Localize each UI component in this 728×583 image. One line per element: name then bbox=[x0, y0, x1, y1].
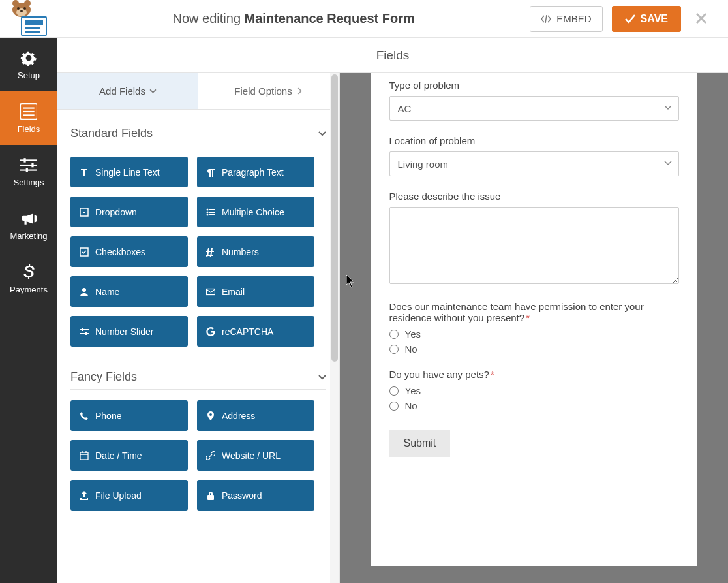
sidenav-setup[interactable]: Setup bbox=[0, 38, 57, 91]
code-icon bbox=[541, 15, 551, 23]
svg-rect-21 bbox=[209, 212, 215, 213]
caret-square-down-icon bbox=[80, 208, 89, 217]
list-icon bbox=[20, 103, 37, 120]
textarea-describe-issue[interactable] bbox=[389, 207, 679, 284]
submit-button[interactable]: Submit bbox=[389, 430, 451, 457]
radio-label: No bbox=[405, 343, 417, 355]
field-recaptcha[interactable]: reCAPTCHA bbox=[197, 316, 314, 347]
svg-point-5 bbox=[23, 7, 26, 10]
check-square-icon bbox=[80, 247, 89, 257]
field-paragraph-text[interactable]: Paragraph Text bbox=[197, 157, 314, 187]
fields-panel: Add Fields Field Options Standard Fields bbox=[57, 73, 340, 583]
form-icon bbox=[21, 16, 47, 36]
section-title: Fields bbox=[57, 38, 728, 73]
label-describe: Please describe the issue bbox=[389, 191, 679, 202]
sidenav-marketing[interactable]: Marketing bbox=[0, 198, 57, 252]
lock-icon bbox=[206, 491, 215, 500]
calendar-icon bbox=[80, 451, 89, 460]
radio-permission-no[interactable] bbox=[389, 345, 399, 354]
field-multiple-choice[interactable]: Multiple Choice bbox=[197, 197, 314, 227]
scrollbar-thumb[interactable] bbox=[331, 74, 338, 362]
user-icon bbox=[80, 287, 89, 296]
svg-rect-28 bbox=[80, 333, 89, 334]
svg-rect-27 bbox=[80, 329, 89, 330]
side-nav: Setup Fields Settings Marketing Payments bbox=[0, 38, 57, 583]
svg-point-18 bbox=[207, 208, 209, 210]
text-icon bbox=[80, 168, 89, 177]
google-icon bbox=[206, 327, 215, 336]
tab-field-options[interactable]: Field Options bbox=[198, 73, 339, 109]
svg-rect-10 bbox=[23, 114, 34, 116]
field-date-time[interactable]: Date / Time bbox=[70, 440, 188, 471]
field-website-url[interactable]: Website / URL bbox=[197, 440, 314, 471]
field-name[interactable]: Name bbox=[70, 276, 188, 307]
field-numbers[interactable]: Numbers bbox=[197, 236, 314, 267]
field-single-line-text[interactable]: Single Line Text bbox=[70, 157, 188, 187]
radio-label: No bbox=[405, 400, 417, 411]
chevron-right-icon bbox=[296, 87, 303, 95]
svg-point-4 bbox=[17, 7, 20, 10]
sidenav-settings[interactable]: Settings bbox=[0, 145, 57, 198]
svg-rect-11 bbox=[20, 159, 37, 161]
hashtag-icon bbox=[206, 247, 215, 257]
svg-rect-23 bbox=[209, 214, 215, 215]
chevron-down-icon bbox=[149, 87, 157, 95]
radio-label: Yes bbox=[405, 328, 421, 339]
group-fancy-toggle[interactable]: Fancy Fields bbox=[70, 362, 326, 390]
svg-rect-12 bbox=[20, 164, 37, 165]
slider-icon bbox=[80, 327, 89, 336]
select-location[interactable]: Living room bbox=[389, 151, 679, 176]
radio-permission-yes[interactable] bbox=[389, 330, 399, 339]
envelope-icon bbox=[206, 287, 215, 296]
field-phone[interactable]: Phone bbox=[70, 400, 188, 431]
sidenav-fields[interactable]: Fields bbox=[0, 91, 57, 145]
chevron-down-icon bbox=[318, 131, 326, 136]
svg-rect-19 bbox=[209, 209, 215, 210]
field-checkboxes[interactable]: Checkboxes bbox=[70, 236, 188, 267]
map-marker-icon bbox=[206, 411, 215, 420]
sidenav-payments[interactable]: Payments bbox=[0, 252, 57, 306]
svg-point-22 bbox=[207, 213, 209, 215]
chevron-down-icon bbox=[664, 161, 672, 166]
sliders-icon bbox=[20, 157, 37, 174]
bullhorn-icon bbox=[20, 210, 37, 227]
dollar-icon bbox=[20, 264, 37, 281]
close-button[interactable] bbox=[690, 10, 712, 28]
tab-add-fields[interactable]: Add Fields bbox=[57, 73, 198, 109]
svg-rect-13 bbox=[20, 169, 37, 170]
svg-rect-31 bbox=[80, 452, 88, 460]
chevron-down-icon bbox=[664, 105, 672, 110]
label-pets: Do you have any pets?* bbox=[389, 369, 679, 380]
select-type-of-problem[interactable]: AC bbox=[389, 96, 679, 121]
link-icon bbox=[206, 451, 215, 460]
svg-rect-15 bbox=[31, 163, 33, 167]
svg-rect-14 bbox=[23, 158, 25, 163]
gear-icon bbox=[20, 50, 37, 67]
save-button[interactable]: SAVE bbox=[612, 6, 681, 32]
radio-pets-no[interactable] bbox=[389, 402, 399, 411]
radio-label: Yes bbox=[405, 385, 421, 396]
bear-icon bbox=[10, 0, 33, 18]
svg-rect-9 bbox=[23, 110, 34, 112]
app-logo bbox=[0, 0, 57, 38]
check-icon bbox=[625, 14, 635, 24]
field-dropdown[interactable]: Dropdown bbox=[70, 197, 188, 227]
field-file-upload[interactable]: File Upload bbox=[70, 480, 188, 511]
top-bar: Now editing Maintenance Request Form EMB… bbox=[0, 0, 728, 38]
field-email[interactable]: Email bbox=[197, 276, 314, 307]
field-address[interactable]: Address bbox=[197, 400, 314, 431]
label-type-of-problem: Type of problem bbox=[389, 80, 679, 91]
list-ul-icon bbox=[206, 208, 215, 217]
field-password[interactable]: Password bbox=[197, 480, 314, 511]
radio-pets-yes[interactable] bbox=[389, 386, 399, 396]
scrollbar[interactable] bbox=[330, 73, 339, 583]
group-standard-toggle[interactable]: Standard Fields bbox=[70, 119, 326, 146]
svg-point-20 bbox=[207, 211, 209, 213]
embed-button[interactable]: EMBED bbox=[530, 6, 602, 32]
svg-point-25 bbox=[82, 288, 86, 292]
phone-icon bbox=[80, 411, 89, 420]
paragraph-icon bbox=[206, 168, 215, 177]
svg-rect-8 bbox=[23, 107, 34, 108]
field-number-slider[interactable]: Number Slider bbox=[70, 316, 188, 347]
label-permission: Does our maintenance team have permissio… bbox=[389, 301, 679, 323]
